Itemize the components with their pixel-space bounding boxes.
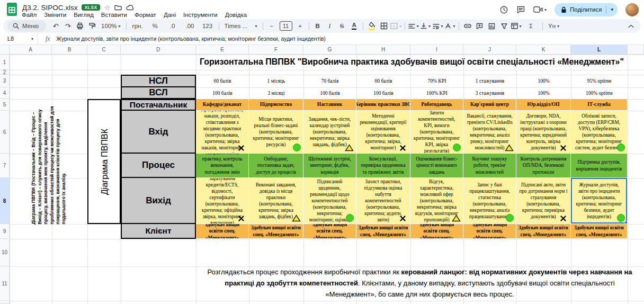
decrease-font-size-button[interactable]: − (266, 20, 278, 32)
sipoc-process-cell[interactable]: Щотижневі зустрічі, менторинг, фідбек, к… (303, 154, 356, 178)
row-header-3[interactable]: 3 (0, 75, 10, 87)
italic-button[interactable]: I (324, 20, 336, 32)
undo-button[interactable]: ↶ (50, 20, 61, 32)
row-header-8[interactable]: 8 (0, 178, 10, 224)
percent-format-button[interactable]: % (147, 20, 164, 32)
nsl-value-cell[interactable]: 60 балів (196, 75, 249, 87)
row-header-7[interactable]: 7 (0, 154, 10, 178)
nsl-value-cell[interactable]: 1 стажування (463, 75, 516, 87)
document-title[interactable]: Д3.2. SIPOC.xlsx (22, 4, 77, 12)
vsl-value-cell[interactable]: 100 балів (303, 87, 356, 99)
column-header-E[interactable]: E (196, 45, 249, 55)
sipoc-process-cell[interactable]: Підтримка доступів, вирішення інцидентів (571, 154, 628, 178)
nsl-value-cell[interactable]: 60 балів (356, 75, 410, 87)
vsl-value-cell[interactable]: 100% KPI (410, 87, 463, 99)
sipoc-client-cell[interactable]: Здобувач вищої освіти спец. «Менеджмент» (196, 224, 249, 239)
column-header-G[interactable]: G (303, 45, 356, 55)
share-caret-icon[interactable]: ▾ (606, 7, 618, 12)
more-formats-button[interactable]: 123 (199, 20, 216, 32)
column-header-I[interactable]: I (410, 45, 463, 55)
sipoc-supplier-cell[interactable]: Кар'єрний центр (463, 99, 516, 111)
vsl-value-cell[interactable]: 100 балів (356, 87, 410, 99)
redo-button[interactable]: ↷ (62, 20, 74, 32)
currency-format-button[interactable]: грн. (129, 20, 146, 32)
create-filter-button[interactable] (498, 20, 510, 32)
sipoc-process-cell[interactable]: Онбординг, постановка задач, доступ до п… (249, 154, 303, 178)
zoom-select[interactable]: 100%▾ (99, 20, 123, 32)
sipoc-supplier-cell[interactable]: Кафедра/деканат (196, 99, 249, 111)
vsl-value-cell[interactable]: 100% (516, 87, 571, 99)
borders-button[interactable] (378, 20, 390, 32)
merge-cells-button[interactable]: ▾ (390, 20, 402, 32)
sipoc-input-cell[interactable]: Договори, NDA, інструктажі з охорони пра… (516, 111, 571, 154)
font-select[interactable]: Times ...▾ (222, 20, 260, 32)
menu-item-Вигляд[interactable]: Вигляд (70, 11, 97, 19)
functions-button[interactable]: Σ (523, 20, 540, 32)
column-header-A[interactable]: A (10, 45, 52, 55)
menu-item-Формат[interactable]: Формат (131, 11, 160, 19)
increase-font-size-button[interactable]: + (294, 20, 306, 32)
strikethrough-button[interactable]: S (336, 20, 348, 32)
text-color-button[interactable]: A (352, 22, 356, 30)
sipoc-output-cell[interactable]: Підписані акти, звіти про дотримання нор… (516, 178, 571, 224)
sipoc-input-cell[interactable]: Завдання, чек-лісти, календар зустрічей … (303, 111, 356, 154)
sipoc-output-cell[interactable]: Захист практики, підсумкова оцінка набут… (356, 178, 410, 224)
increase-decimal-button[interactable]: .00 (182, 20, 199, 32)
insert-comment-button[interactable] (474, 20, 486, 32)
footnote-cell[interactable]: Розглядається процес проходження виробни… (199, 266, 641, 301)
row-header-11[interactable]: 11 (0, 266, 10, 301)
sheets-logo-icon[interactable] (6, 2, 17, 19)
sipoc-supplier-cell[interactable]: Підприємство (249, 99, 303, 111)
horizontal-align-button[interactable]: ▾ (408, 20, 419, 32)
video-call-caret-icon[interactable]: ▾ (544, 7, 547, 12)
text-wrap-button[interactable]: ▾ (432, 20, 444, 32)
name-box[interactable]: L8 ▾ (0, 33, 38, 44)
comments-icon[interactable] (516, 5, 525, 14)
grid-corner[interactable] (0, 45, 10, 55)
menu-item-Дані[interactable]: Дані (160, 11, 180, 19)
cloud-status-icon[interactable] (126, 5, 134, 11)
sipoc-supplier-cell[interactable]: Керівник практики ЗВО (356, 99, 410, 111)
sipoc-client-cell[interactable]: Здобувач вищої освіти спец. «Менеджмент» (516, 224, 571, 239)
sipoc-client-cell[interactable]: Здобувач вищої освіти спец. «Менеджмент» (303, 224, 356, 239)
sipoc-process-cell[interactable]: Направлення на практику, контроль викона… (196, 154, 249, 178)
sipoc-input-cell[interactable]: Облікові записи, доступи (ERP/CRM, VPN),… (571, 111, 628, 154)
move-folder-icon[interactable] (114, 4, 122, 11)
nsl-value-cell[interactable]: 100% (516, 75, 571, 87)
insert-link-button[interactable] (462, 20, 473, 32)
custom-tool-button[interactable]: Yн▾ (545, 20, 562, 32)
sipoc-input-cell[interactable]: Місце практики, реальні бізнес-задачі (к… (249, 111, 303, 154)
sheet-title-cell[interactable]: Горизонтальна ПВПВК "Виробнича практика … (196, 55, 628, 70)
nsl-value-cell[interactable]: 1 місяць (249, 75, 303, 87)
paint-format-button[interactable] (86, 20, 98, 32)
menu-item-Вставити[interactable]: Вставити (97, 11, 131, 19)
menu-item-Довідка[interactable]: Довідка (221, 11, 251, 19)
column-header-L[interactable]: L (571, 45, 628, 55)
sipoc-process-cell[interactable]: Контроль дотримання ОП/NDA, безпекові пр… (516, 154, 571, 178)
sipoc-output-cell[interactable]: Запис у базі працевлаштування, статистик… (463, 178, 516, 224)
menu-item-Змінити[interactable]: Змінити (40, 11, 70, 19)
sipoc-supplier-cell[interactable]: ІТ-служба (571, 99, 628, 111)
column-header-H[interactable]: H (356, 45, 410, 55)
sipoc-input-cell[interactable]: Вакансії, стажування, тренінги CV/Linked… (463, 111, 516, 154)
row-header-12[interactable] (0, 301, 10, 304)
insert-chart-button[interactable] (486, 20, 498, 32)
sipoc-client-cell[interactable]: Здобувач вищої освіти спец. «Менеджмент» (249, 224, 303, 239)
sipoc-supplier-cell[interactable]: Наставник (303, 99, 356, 111)
filter-views-button[interactable]: ▾ (511, 20, 522, 32)
vsl-value-cell[interactable]: 100% uptime (571, 87, 628, 99)
column-header-D[interactable]: D (121, 45, 196, 55)
menu-item-Файл[interactable]: Файл (18, 11, 40, 19)
column-header-C[interactable]: C (87, 45, 121, 55)
selected-cell-L8[interactable]: Журнали доступів, звіти про інциденти (к… (571, 178, 628, 224)
row-header-4[interactable]: 4 (0, 87, 10, 99)
row-header-10[interactable]: 10 (0, 239, 10, 266)
version-history-icon[interactable] (499, 5, 508, 14)
nsl-value-cell[interactable]: 70% KPI (410, 75, 463, 87)
vertical-align-button[interactable]: ▾ (420, 20, 432, 32)
row-header-1[interactable]: 1 (0, 55, 10, 70)
row-header-9[interactable]: 9 (0, 224, 10, 239)
sipoc-client-cell[interactable]: Здобувач вищої освіти спец. «Менеджмент» (410, 224, 463, 239)
share-button[interactable]: Поділитися ▾ (554, 3, 618, 16)
fill-color-button[interactable] (366, 20, 378, 32)
